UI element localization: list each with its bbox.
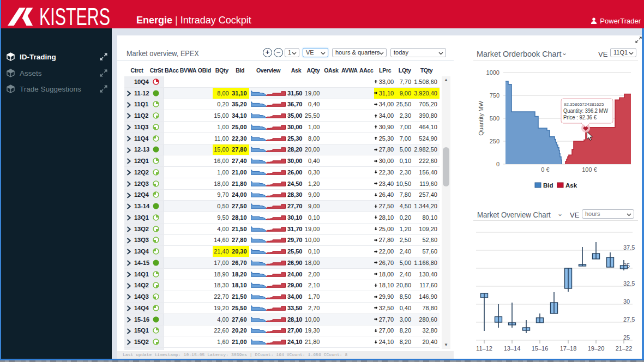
svg-text:19–20: 19–20 bbox=[588, 345, 605, 352]
svg-text:25: 25 bbox=[623, 334, 630, 341]
svg-text:21–22: 21–22 bbox=[616, 345, 633, 352]
svg-text:15–16: 15–16 bbox=[532, 345, 549, 352]
svg-text:30: 30 bbox=[623, 298, 630, 305]
svg-text:27.5: 27.5 bbox=[623, 316, 635, 323]
svg-text:32.5: 32.5 bbox=[623, 280, 635, 287]
svg-text:37.5: 37.5 bbox=[623, 244, 635, 251]
svg-text:11–12: 11–12 bbox=[476, 345, 492, 352]
svg-text:13–14: 13–14 bbox=[504, 345, 521, 352]
svg-text:17–18: 17–18 bbox=[560, 345, 577, 352]
